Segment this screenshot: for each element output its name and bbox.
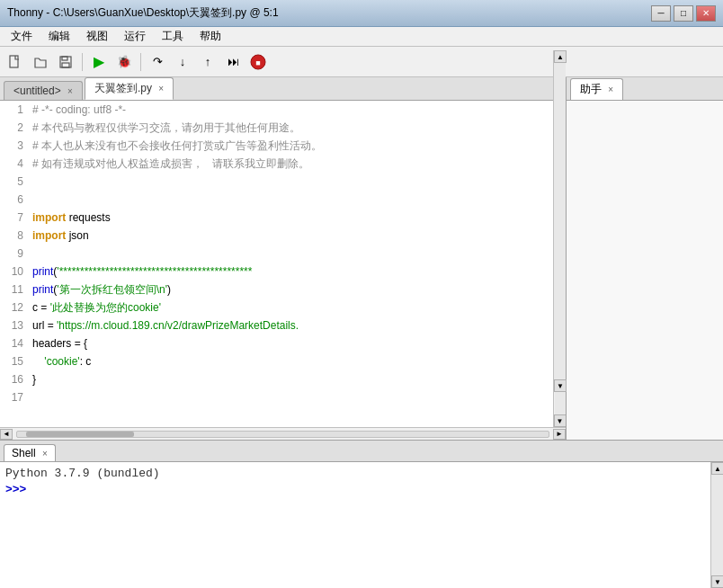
stop-btn[interactable]: ■ <box>246 50 270 74</box>
table-row: 4 # 如有违规或对他人权益造成损害， 请联系我立即删除。 <box>0 155 553 173</box>
tab-tianyisignin[interactable]: 天翼签到.py × <box>85 77 174 100</box>
table-row: 15 'cookie': c <box>0 352 553 370</box>
table-row: 11 print('第一次拆红包领空间\n') <box>0 281 553 298</box>
step-out-btn[interactable]: ↑ <box>196 50 219 74</box>
debug-btn[interactable]: 🐞 <box>112 50 136 74</box>
svg-rect-0 <box>10 56 18 67</box>
shell-content[interactable]: Python 3.7.9 (bundled) >>> <box>0 462 710 588</box>
tab-untitled[interactable]: <untitled> × <box>4 81 83 100</box>
scroll-down-arrow[interactable]: ▼ <box>554 414 567 427</box>
table-row: 5 <box>0 173 553 191</box>
shell-scroll-up-arrow[interactable]: ▲ <box>711 462 723 475</box>
shell-tab[interactable]: Shell × <box>4 444 56 461</box>
svg-text:■: ■ <box>255 58 260 67</box>
menu-bar: 文件 编辑 视图 运行 工具 帮助 <box>0 27 723 47</box>
assistant-tab-bar: 助手 × <box>567 77 723 101</box>
table-row: 3 # 本人也从来没有也不会接收任何打赏或广告等盈利性活动。 <box>0 137 553 155</box>
tab-close-tianyisignin[interactable]: × <box>158 84 164 94</box>
table-row: 2 # 本代码与教程仅供学习交流，请勿用于其他任何用途。 <box>0 119 553 137</box>
table-row: 6 <box>0 191 553 209</box>
toolbar-sep-2 <box>140 53 141 71</box>
table-row: 12 c = '此处替换为您的cookie' <box>0 298 553 316</box>
h-scroll-thumb[interactable] <box>26 432 134 437</box>
shell-panel: Shell × Python 3.7.9 (bundled) >>> ▲ ▼ <box>0 440 723 588</box>
table-row: 9 <box>0 245 553 263</box>
svg-rect-3 <box>62 63 69 67</box>
code-editor[interactable]: 1 # -*- coding: utf8 -*- 2 # 本代码与教程仅供学习交… <box>0 101 553 427</box>
shell-tab-bar: Shell × <box>0 441 723 462</box>
run-btn[interactable]: ▶ <box>87 50 111 74</box>
close-button[interactable]: ✕ <box>696 5 716 22</box>
code-scroll-container: 1 # -*- coding: utf8 -*- 2 # 本代码与教程仅供学习交… <box>0 101 566 427</box>
tab-close-untitled[interactable]: × <box>67 86 73 96</box>
shell-version-line: Python 3.7.9 (bundled) <box>5 466 705 482</box>
top-split: <untitled> × 天翼签到.py × 1 # <box>0 77 723 440</box>
menu-tools[interactable]: 工具 <box>155 27 191 46</box>
save-file-btn[interactable] <box>54 50 77 74</box>
new-file-btn[interactable] <box>4 50 27 74</box>
shell-body: Python 3.7.9 (bundled) >>> ▲ ▼ <box>0 462 723 588</box>
shell-scroll-track[interactable] <box>711 475 723 575</box>
assistant-panel: 助手 × ▲ ▼ <box>566 77 723 440</box>
h-scroll-track[interactable] <box>16 431 549 438</box>
assistant-tab[interactable]: 助手 × <box>570 78 623 100</box>
assistant-tab-close[interactable]: × <box>608 85 613 94</box>
open-file-btn[interactable] <box>29 50 52 74</box>
h-scroll-left-arrow[interactable]: ◄ <box>0 429 13 440</box>
resume-btn[interactable]: ⏭ <box>221 50 245 74</box>
h-scrollbar[interactable]: ◄ ► <box>0 427 566 440</box>
svg-rect-2 <box>62 57 67 60</box>
shell-prompt-line: >>> <box>5 482 705 498</box>
tab-bar: <untitled> × 天翼签到.py × <box>0 77 566 101</box>
menu-run[interactable]: 运行 <box>117 27 153 46</box>
maximize-button[interactable]: □ <box>674 5 693 22</box>
title-controls: ─ □ ✕ <box>651 5 716 22</box>
table-row: 16 } <box>0 370 553 388</box>
toolbar: ▶ 🐞 ↷ ↓ ↑ ⏭ ■ <box>0 47 723 77</box>
title-bar: Thonny - C:\Users\GuanXue\Desktop\天翼签到.p… <box>0 0 723 27</box>
step-into-btn[interactable]: ↓ <box>171 50 194 74</box>
table-row: 17 <box>0 388 553 406</box>
shell-v-scrollbar[interactable]: ▲ ▼ <box>710 462 723 588</box>
table-row: 14 headers = { <box>0 334 553 352</box>
code-table: 1 # -*- coding: utf8 -*- 2 # 本代码与教程仅供学习交… <box>0 101 553 406</box>
menu-help[interactable]: 帮助 <box>192 27 228 46</box>
editor-area: <untitled> × 天翼签到.py × 1 # <box>0 77 566 440</box>
table-row: 13 url = 'https://m.cloud.189.cn/v2/draw… <box>0 316 553 334</box>
table-row: 8 import json <box>0 227 553 245</box>
table-row: 10 print('******************************… <box>0 263 553 281</box>
menu-file[interactable]: 文件 <box>4 27 40 46</box>
minimize-button[interactable]: ─ <box>651 5 671 22</box>
assistant-content: ▲ ▼ <box>567 101 723 440</box>
menu-edit[interactable]: 编辑 <box>41 27 77 46</box>
step-over-btn[interactable]: ↷ <box>146 50 169 74</box>
title-text: Thonny - C:\Users\GuanXue\Desktop\天翼签到.p… <box>7 5 279 21</box>
table-row: 1 # -*- coding: utf8 -*- <box>0 101 553 119</box>
h-scroll-right-arrow[interactable]: ► <box>553 429 566 440</box>
shell-scroll-down-arrow[interactable]: ▼ <box>711 575 723 588</box>
main-area: <untitled> × 天翼签到.py × 1 # <box>0 77 723 588</box>
menu-view[interactable]: 视图 <box>79 27 115 46</box>
shell-tab-close[interactable]: × <box>42 449 48 459</box>
toolbar-sep-1 <box>82 53 83 71</box>
table-row: 7 import requests <box>0 209 553 227</box>
